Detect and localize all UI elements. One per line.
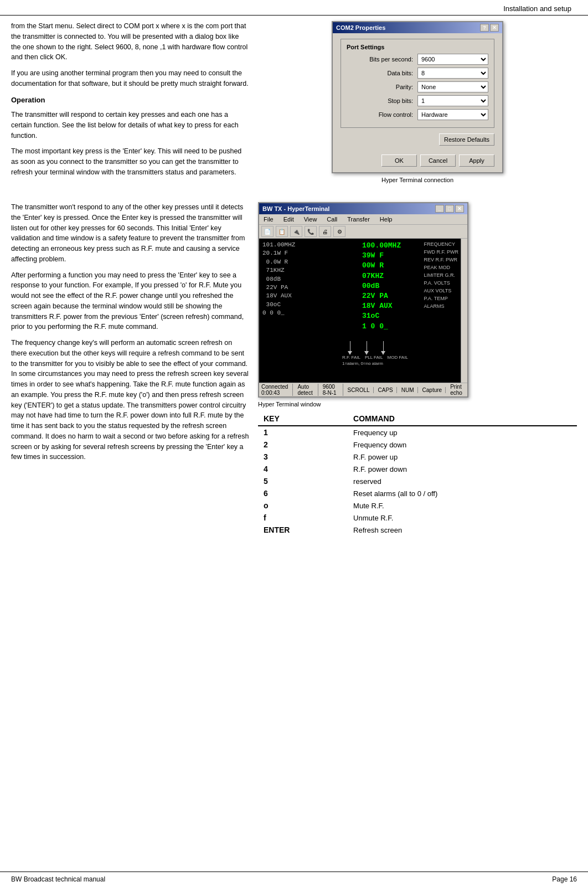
mod-fail-label: MOD FAIL [388, 355, 408, 360]
hyper-terminal-window: BW TX - HyperTerminal _ □ ✕ File Edit Vi… [258, 202, 468, 398]
terminal-label: P.A. VOLTS [424, 280, 459, 287]
status-num: NUM [401, 387, 418, 393]
table-header-row: KEY COMMAND [258, 413, 577, 426]
bottom-right-column: BW TX - HyperTerminal _ □ ✕ File Edit Vi… [258, 202, 577, 536]
terminal-label: P.A. TEMP [424, 295, 459, 303]
dialog-titlebar: COM2 Properties ? ✕ [333, 22, 502, 33]
terminal-label: FREQUENCY [424, 241, 459, 249]
command-cell: Refresh screen [348, 524, 577, 536]
menu-file[interactable]: File [261, 215, 276, 223]
dialog-field-label: Bits per second: [347, 56, 413, 63]
toolbar-btn-4[interactable]: 📞 [305, 226, 317, 237]
ok-button[interactable]: OK [381, 154, 417, 167]
hyper-close-button[interactable]: ✕ [455, 205, 464, 213]
main-content: from the Start menu. Select direct to CO… [0, 16, 588, 197]
footer-left: BW Broadcast technical manual [11, 875, 105, 883]
table-row: 2 Frequency down [258, 439, 577, 451]
menu-view[interactable]: View [302, 215, 319, 223]
table-row: 5 reserved [258, 475, 577, 487]
dialog-field-row: Stop bits: 1 [347, 95, 488, 106]
table-row: 4 R.F. power down [258, 463, 577, 475]
status-detect: Auto detect [297, 384, 318, 396]
paragraph-1: from the Start menu. Select direct to CO… [11, 21, 249, 63]
terminal-label: REV R.F. PWR [424, 256, 459, 264]
command-cell: Reset alarms (all to 0 / off) [348, 487, 577, 499]
key-cell: 2 [258, 439, 348, 451]
paragraph-3: The transmitter will respond to certain … [11, 110, 249, 141]
table-row: 1 Frequency up [258, 426, 577, 439]
hyper-titlebar-buttons: _ □ ✕ [435, 205, 464, 213]
paragraph-7: The frequency change key's will perform … [11, 338, 249, 462]
dialog-title: COM2 Properties [336, 24, 385, 31]
command-cell: R.F. power up [348, 451, 577, 463]
page-header: Installation and setup [0, 0, 588, 16]
hyper-caption: Hyper Terminal window [258, 401, 321, 408]
restore-defaults-button[interactable]: Restore Defaults [439, 133, 494, 146]
dialog-field-label: Data bits: [347, 70, 413, 76]
dialog-field-row: Bits per second: 9600 [347, 54, 488, 65]
toolbar-btn-1[interactable]: 📄 [261, 226, 274, 237]
hyper-scrollbar[interactable] [461, 239, 467, 383]
dialog-help-button[interactable]: ? [480, 24, 489, 32]
dialog-field-select[interactable]: 8 [417, 68, 488, 79]
command-cell: R.F. power down [348, 463, 577, 475]
arrow-labels: R.F. FAIL PLL FAIL MOD FAIL [342, 355, 408, 360]
command-column-header: COMMAND [348, 413, 577, 426]
page-footer: BW Broadcast technical manual Page 16 [0, 872, 588, 886]
dialog-field-row: Flow control: Hardware [347, 109, 488, 120]
hyper-titlebar: BW TX - HyperTerminal _ □ ✕ [259, 203, 467, 214]
status-connected: Connected 0:00:43 [261, 384, 293, 396]
dialog-titlebar-buttons: ? ✕ [480, 24, 499, 32]
dialog-field-select[interactable]: 1 [417, 95, 488, 106]
terminal-label: AUX VOLTS [424, 287, 459, 295]
hyper-toolbar: 📄 📋 🔌 📞 🖨 ⚙ [259, 225, 467, 239]
alarm-subtitle: 1=alarm, 0=no alarm [342, 361, 383, 366]
apply-button[interactable]: Apply [459, 154, 494, 167]
toolbar-btn-2[interactable]: 📋 [276, 226, 288, 237]
terminal-label: PEAK MOD [424, 264, 459, 272]
hyper-maximize-button[interactable]: □ [445, 205, 454, 213]
dialog-close-button[interactable]: ✕ [490, 24, 499, 32]
dialog-rows: Bits per second: 9600 Data bits: 8 Parit… [347, 54, 488, 120]
dialog-field-label: Stop bits: [347, 97, 413, 104]
cancel-button[interactable]: Cancel [420, 154, 456, 167]
toolbar-btn-3[interactable]: 🔌 [290, 226, 302, 237]
status-scroll: SCROLL [348, 387, 374, 393]
left-column: from the Start menu. Select direct to CO… [11, 21, 249, 191]
key-command-table: KEY COMMAND 1 Frequency up 2 Frequency d… [258, 413, 577, 536]
toolbar-btn-5[interactable]: 🖨 [319, 226, 331, 237]
paragraph-6: After performing a function you may need… [11, 270, 249, 333]
port-settings-label: Port Settings [347, 44, 488, 50]
rf-fail-label: R.F. FAIL [342, 355, 360, 360]
key-column-header: KEY [258, 413, 348, 426]
table-row: f Unmute R.F. [258, 512, 577, 524]
footer-right: Page 16 [552, 875, 577, 883]
com2-dialog: COM2 Properties ? ✕ Port Settings Bits p… [332, 21, 503, 173]
command-cell: Frequency up [348, 426, 577, 439]
paragraph-4: The most important key press is the 'Ent… [11, 146, 249, 177]
dialog-field-select[interactable]: None [417, 81, 488, 92]
terminal-label: LIMITER G.R. [424, 272, 459, 280]
menu-call[interactable]: Call [324, 215, 339, 223]
table-row: ENTER Refresh screen [258, 524, 577, 536]
status-caps: CAPS [378, 387, 397, 393]
key-cell: 4 [258, 463, 348, 475]
command-cell: Frequency down [348, 439, 577, 451]
status-print: Print echo [450, 384, 465, 396]
hyper-minimize-button[interactable]: _ [435, 205, 444, 213]
status-baud: 9600 8-N-1 [323, 384, 343, 396]
command-cell: Unmute R.F. [348, 512, 577, 524]
pll-fail-label: PLL FAIL [365, 355, 383, 360]
operation-heading: Operation [11, 95, 249, 106]
dialog-field-label: Parity: [347, 84, 413, 90]
command-cell: Mute R.F. [348, 499, 577, 512]
menu-edit[interactable]: Edit [281, 215, 296, 223]
dialog-field-row: Parity: None [347, 81, 488, 92]
menu-help[interactable]: Help [378, 215, 395, 223]
dialog-field-select[interactable]: Hardware [417, 109, 488, 120]
dialog-field-select[interactable]: 9600 [417, 54, 488, 65]
key-cell: 1 [258, 426, 348, 439]
dialog-field-row: Data bits: 8 [347, 68, 488, 79]
toolbar-btn-6[interactable]: ⚙ [333, 226, 345, 237]
menu-transfer[interactable]: Transfer [345, 215, 372, 223]
